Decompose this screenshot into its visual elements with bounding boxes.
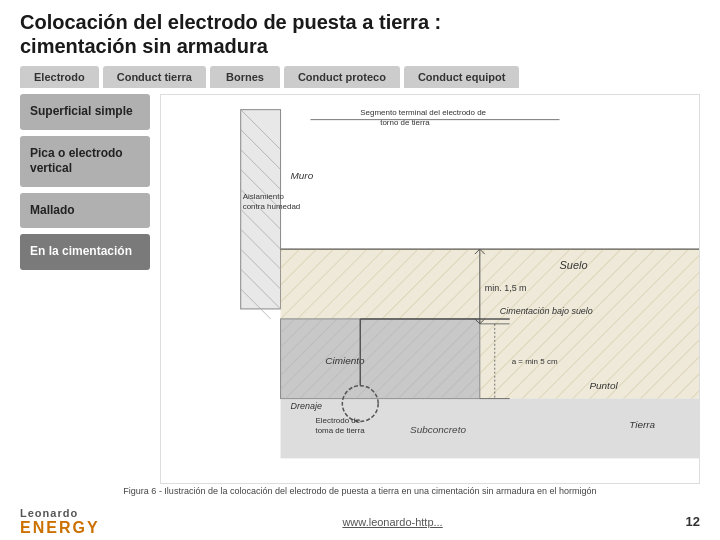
website-link[interactable]: www.leonardo-http... — [342, 516, 442, 528]
sidebar: Superficial simple Pica o electrodo vert… — [20, 94, 150, 484]
main-content: Superficial simple Pica o electrodo vert… — [0, 94, 720, 484]
sidebar-item-superficial[interactable]: Superficial simple — [20, 94, 150, 130]
svg-text:Drenaje: Drenaje — [291, 401, 322, 411]
svg-text:Cimentación bajo suelo: Cimentación bajo suelo — [500, 306, 593, 316]
sidebar-item-mallado[interactable]: Mallado — [20, 193, 150, 229]
svg-text:Muro: Muro — [291, 170, 314, 181]
sidebar-item-pica[interactable]: Pica o electrodo vertical — [20, 136, 150, 187]
logo-area: Leonardo ENERGY — [20, 507, 100, 537]
svg-text:Puntol: Puntol — [589, 380, 618, 391]
tab-conduct-tierra[interactable]: Conduct tierra — [103, 66, 206, 88]
diagram-caption: Figura 6 - Ilustración de la colocación … — [0, 484, 720, 500]
sidebar-item-cimentacion[interactable]: En la cimentación — [20, 234, 150, 270]
svg-text:Subconcreto: Subconcreto — [410, 424, 466, 435]
svg-text:Electrodo de: Electrodo de — [315, 417, 360, 426]
diagram-svg: Suelo Subconcreto Cimentación bajo suelo… — [161, 95, 699, 483]
title-area: Colocación del electrodo de puesta a tie… — [0, 0, 720, 66]
diagram-area: Suelo Subconcreto Cimentación bajo suelo… — [160, 94, 700, 484]
page-number: 12 — [686, 514, 700, 529]
svg-rect-19 — [281, 319, 480, 399]
tab-conduct-proteco[interactable]: Conduct proteco — [284, 66, 400, 88]
svg-text:Aislamiento: Aislamiento — [243, 192, 285, 201]
tab-bornes[interactable]: Bornes — [210, 66, 280, 88]
svg-text:a = min 5 cm: a = min 5 cm — [512, 357, 558, 366]
svg-text:Segmento terminal del electrod: Segmento terminal del electrodo de — [360, 108, 486, 117]
tab-conduct-equipot[interactable]: Conduct equipot — [404, 66, 519, 88]
bottom-bar: Leonardo ENERGY www.leonardo-http... 12 — [0, 500, 720, 540]
svg-text:Cimiento: Cimiento — [325, 355, 365, 366]
svg-text:torno de tierra: torno de tierra — [380, 118, 430, 127]
svg-text:contra humedad: contra humedad — [243, 202, 301, 211]
svg-text:toma de tierra: toma de tierra — [315, 426, 365, 435]
svg-text:Tierra: Tierra — [629, 419, 655, 430]
logo-top: Leonardo — [20, 507, 78, 519]
page-title: Colocación del electrodo de puesta a tie… — [20, 10, 700, 58]
page: Colocación del electrodo de puesta a tie… — [0, 0, 720, 540]
logo-bottom: ENERGY — [20, 519, 100, 537]
svg-text:Suelo: Suelo — [560, 259, 588, 271]
tab-electrodo[interactable]: Electrodo — [20, 66, 99, 88]
svg-text:min. 1,5 m: min. 1,5 m — [485, 283, 527, 293]
nav-tabs: Electrodo Conduct tierra Bornes Conduct … — [0, 66, 720, 88]
